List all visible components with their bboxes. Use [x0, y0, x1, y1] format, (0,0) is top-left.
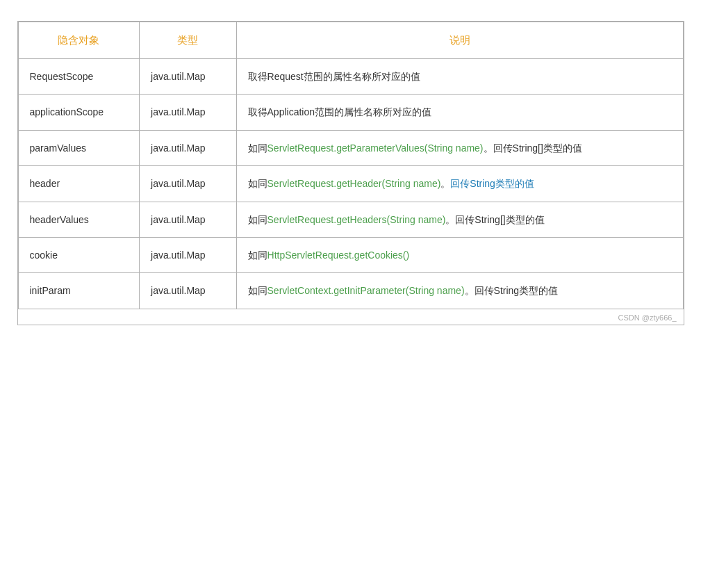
- desc-part: 取得Request范围的属性名称所对应的值: [248, 71, 420, 82]
- cell-type: java.util.Map: [140, 273, 236, 309]
- desc-part: 如同: [248, 250, 267, 261]
- col-header-desc: 说明: [236, 22, 683, 59]
- desc-part: 如同: [248, 142, 267, 154]
- cell-desc: 取得Application范围的属性名称所对应的值: [236, 95, 683, 130]
- cell-desc: 取得Request范围的属性名称所对应的值: [236, 59, 683, 95]
- desc-part: 。回传String类型的值: [465, 285, 559, 296]
- cell-type: java.util.Map: [140, 237, 236, 272]
- table-row: RequestScopejava.util.Map取得Request范围的属性名…: [18, 59, 683, 95]
- desc-part: ServletRequest.getHeader(String name): [267, 178, 441, 189]
- table-header-row: 隐含对象 类型 说明: [18, 22, 683, 59]
- table-row: cookiejava.util.Map如同HttpServletRequest.…: [18, 237, 683, 272]
- cell-name: header: [18, 166, 140, 202]
- cell-desc: 如同HttpServletRequest.getCookies(): [236, 237, 683, 272]
- desc-part: 如同: [248, 285, 267, 296]
- cell-type: java.util.Map: [140, 59, 236, 95]
- cell-name: headerValues: [18, 202, 140, 237]
- cell-desc: 如同ServletRequest.getHeader(String name)。…: [236, 166, 683, 202]
- table-row: initParamjava.util.Map如同ServletContext.g…: [18, 273, 683, 309]
- main-table-container: 隐含对象 类型 说明 RequestScopejava.util.Map取得Re…: [17, 21, 684, 325]
- data-table: 隐含对象 类型 说明 RequestScopejava.util.Map取得Re…: [18, 22, 684, 309]
- desc-part: 。回传String[]类型的值: [484, 142, 582, 154]
- desc-part: 如同: [248, 178, 267, 189]
- cell-type: java.util.Map: [140, 166, 236, 202]
- table-row: applicationScopejava.util.Map取得Applicati…: [18, 95, 683, 130]
- cell-name: cookie: [18, 237, 140, 272]
- desc-part: ServletContext.getInitParameter(String n…: [267, 285, 465, 296]
- desc-part: HttpServletRequest.getCookies(): [267, 250, 410, 261]
- desc-part: ServletRequest.getParameterValues(String…: [267, 142, 484, 154]
- watermark: CSDN @zty666_: [18, 309, 684, 325]
- desc-part: 如同: [248, 214, 267, 225]
- cell-name: initParam: [18, 273, 140, 309]
- cell-name: paramValues: [18, 130, 140, 165]
- desc-part: 回传String类型的值: [450, 178, 534, 189]
- desc-part: 。: [440, 178, 450, 189]
- table-row: headerValuesjava.util.Map如同ServletReques…: [18, 202, 683, 237]
- col-header-name: 隐含对象: [18, 22, 140, 59]
- cell-name: applicationScope: [18, 95, 140, 130]
- cell-desc: 如同ServletRequest.getHeaders(String name)…: [236, 202, 683, 237]
- cell-type: java.util.Map: [140, 95, 236, 130]
- table-row: paramValuesjava.util.Map如同ServletRequest…: [18, 130, 683, 165]
- desc-part: ServletRequest.getHeaders(String name): [267, 214, 446, 225]
- cell-type: java.util.Map: [140, 202, 236, 237]
- cell-name: RequestScope: [18, 59, 140, 95]
- cell-type: java.util.Map: [140, 130, 236, 165]
- cell-desc: 如同ServletRequest.getParameterValues(Stri…: [236, 130, 683, 165]
- cell-desc: 如同ServletContext.getInitParameter(String…: [236, 273, 683, 309]
- desc-part: 取得Application范围的属性名称所对应的值: [248, 106, 432, 117]
- desc-part: 。回传String[]类型的值: [445, 214, 544, 225]
- table-row: headerjava.util.Map如同ServletRequest.getH…: [18, 166, 683, 202]
- col-header-type: 类型: [140, 22, 236, 59]
